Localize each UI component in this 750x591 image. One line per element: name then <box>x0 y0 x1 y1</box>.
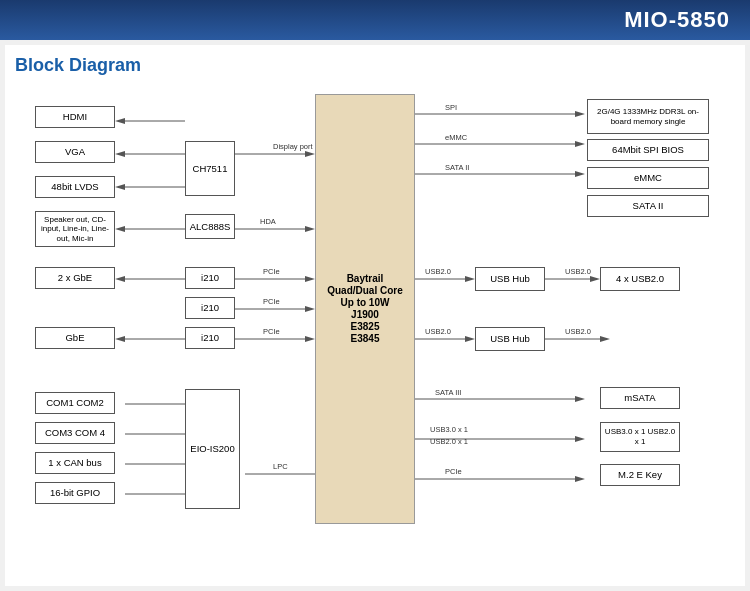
svg-text:PCIe: PCIe <box>263 297 280 306</box>
svg-marker-15 <box>305 306 315 312</box>
svg-text:PCIe: PCIe <box>445 467 462 476</box>
svg-text:LPC: LPC <box>273 462 288 471</box>
block-diagram-title: Block Diagram <box>15 55 735 76</box>
svg-marker-11 <box>305 226 315 232</box>
hdmi-box: HDMI <box>35 106 115 128</box>
vga-box: VGA <box>35 141 115 163</box>
header-title: MIO-5850 <box>624 7 730 33</box>
svg-text:USB2.0: USB2.0 <box>565 327 591 336</box>
gbe-box: GbE <box>35 327 115 349</box>
m2-ekey-box: M.2 E Key <box>600 464 680 486</box>
eio-is200-box: EIO-IS200 <box>185 389 240 509</box>
gbe2-box: 2 x GbE <box>35 267 115 289</box>
svg-text:SATA II: SATA II <box>445 163 469 172</box>
emmc-box: eMMC <box>587 167 709 189</box>
header: MIO-5850 <box>0 0 750 40</box>
svg-marker-17 <box>305 336 315 342</box>
usb-hub1-box: USB Hub <box>475 267 545 291</box>
alc888s-box: ALC888S <box>185 214 235 239</box>
svg-marker-7 <box>305 151 315 157</box>
lvds-box: 48bit LVDS <box>35 176 115 198</box>
usb20-4x-box: 4 x USB2.0 <box>600 267 680 291</box>
svg-marker-3 <box>115 151 125 157</box>
svg-marker-34 <box>575 111 585 117</box>
svg-marker-36 <box>575 141 585 147</box>
svg-marker-38 <box>575 171 585 177</box>
content-area: Block Diagram <box>5 45 745 586</box>
svg-text:PCIe: PCIe <box>263 327 280 336</box>
ch7511-box: CH7511 <box>185 141 235 196</box>
svg-text:USB2.0 x 1: USB2.0 x 1 <box>430 437 468 446</box>
svg-marker-21 <box>115 336 125 342</box>
svg-text:eMMC: eMMC <box>445 133 468 142</box>
svg-text:USB3.0 x 1: USB3.0 x 1 <box>430 425 468 434</box>
svg-marker-44 <box>465 336 475 342</box>
svg-marker-52 <box>575 476 585 482</box>
svg-text:USB2.0: USB2.0 <box>425 267 451 276</box>
svg-marker-1 <box>115 118 125 124</box>
i210-2-box: i210 <box>185 297 235 319</box>
audio-box: Speaker out, CD-input, Line-in, Line-out… <box>35 211 115 247</box>
gpio-box: 16-bit GPIO <box>35 482 115 504</box>
usb3-usb2-box: USB3.0 x 1 USB2.0 x 1 <box>600 422 680 452</box>
msata-box: mSATA <box>600 387 680 409</box>
svg-text:HDA: HDA <box>260 217 276 226</box>
diagram-area: Display port HDA PCIe PCIe PCIe LPC SPI … <box>15 84 735 575</box>
i210-3-box: i210 <box>185 327 235 349</box>
svg-marker-40 <box>465 276 475 282</box>
svg-text:Display port: Display port <box>273 142 314 151</box>
svg-text:PCIe: PCIe <box>263 267 280 276</box>
svg-marker-50 <box>575 436 585 442</box>
svg-text:SATA III: SATA III <box>435 388 461 397</box>
svg-marker-46 <box>600 336 610 342</box>
svg-text:USB2.0: USB2.0 <box>565 267 591 276</box>
svg-marker-42 <box>590 276 600 282</box>
ddr3-box: 2G/4G 1333MHz DDR3L on-board memory sing… <box>587 99 709 134</box>
i210-1-box: i210 <box>185 267 235 289</box>
sata2-box: SATA II <box>587 195 709 217</box>
cpu-box: Baytrail Quad/Dual Core Up to 10W J1900 … <box>315 94 415 524</box>
svg-text:SPI: SPI <box>445 103 457 112</box>
svg-marker-19 <box>115 276 125 282</box>
com12-box: COM1 COM2 <box>35 392 115 414</box>
com34-box: COM3 COM 4 <box>35 422 115 444</box>
svg-marker-48 <box>575 396 585 402</box>
svg-marker-9 <box>115 226 125 232</box>
svg-marker-5 <box>115 184 125 190</box>
svg-text:USB2.0: USB2.0 <box>425 327 451 336</box>
usb-hub2-box: USB Hub <box>475 327 545 351</box>
canbus-box: 1 x CAN bus <box>35 452 115 474</box>
svg-marker-13 <box>305 276 315 282</box>
spi-bios-box: 64Mbit SPI BIOS <box>587 139 709 161</box>
